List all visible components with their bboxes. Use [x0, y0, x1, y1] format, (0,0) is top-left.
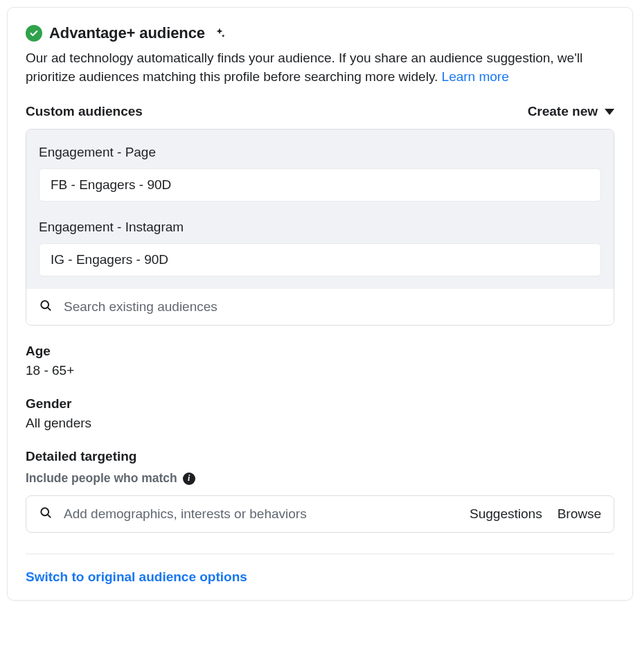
gender-label: Gender: [26, 396, 614, 412]
audience-group-label: Engagement - Page: [39, 145, 601, 160]
search-audiences-input[interactable]: [62, 299, 601, 315]
custom-audiences-selected: Engagement - Page FB - Engagers - 90D En…: [26, 130, 614, 289]
age-label: Age: [26, 344, 614, 359]
advantage-plus-audience-card: Advantage+ audience Our ad technology au…: [7, 7, 633, 601]
description: Our ad technology automatically finds yo…: [26, 49, 614, 86]
custom-audiences-box: Engagement - Page FB - Engagers - 90D En…: [26, 129, 614, 326]
detailed-targeting-input[interactable]: [62, 506, 454, 522]
sparkle-icon: [213, 27, 226, 39]
search-icon: [39, 506, 53, 522]
divider: [26, 554, 614, 554]
create-new-label: Create new: [528, 104, 598, 119]
custom-audiences-header: Custom audiences Create new: [26, 104, 614, 119]
detailed-targeting-label: Detailed targeting: [26, 449, 614, 464]
audience-chip[interactable]: FB - Engagers - 90D: [39, 168, 601, 202]
section-title: Advantage+ audience: [49, 24, 205, 42]
search-icon: [39, 299, 53, 315]
gender-block: Gender All genders: [26, 396, 614, 431]
custom-audiences-label: Custom audiences: [26, 104, 143, 119]
svg-line-3: [48, 515, 51, 518]
audience-group-label: Engagement - Instagram: [39, 220, 601, 235]
check-circle-icon: [26, 25, 42, 42]
svg-line-1: [48, 308, 51, 310]
browse-button[interactable]: Browse: [558, 506, 601, 522]
include-people-text: Include people who match: [26, 471, 177, 486]
audience-chip[interactable]: IG - Engagers - 90D: [39, 243, 601, 276]
age-block: Age 18 - 65+: [26, 344, 614, 378]
info-icon[interactable]: i: [183, 472, 195, 485]
detailed-subtitle: Include people who match i: [26, 471, 614, 486]
caret-down-icon: [605, 109, 614, 115]
switch-to-original-link[interactable]: Switch to original audience options: [26, 569, 614, 585]
search-audiences-row[interactable]: [26, 289, 614, 325]
detailed-targeting-input-row[interactable]: Suggestions Browse: [26, 495, 614, 533]
learn-more-link[interactable]: Learn more: [442, 69, 509, 84]
suggestions-button[interactable]: Suggestions: [470, 506, 542, 522]
create-new-dropdown[interactable]: Create new: [528, 104, 614, 119]
detailed-targeting-block: Detailed targeting Include people who ma…: [26, 449, 614, 533]
age-value: 18 - 65+: [26, 363, 614, 378]
gender-value: All genders: [26, 416, 614, 431]
header-row: Advantage+ audience: [26, 24, 614, 42]
